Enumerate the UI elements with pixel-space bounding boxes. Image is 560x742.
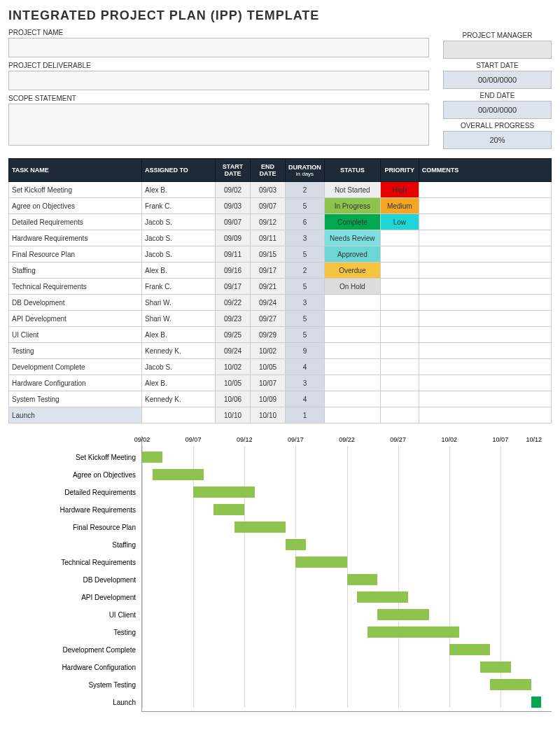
start-cell[interactable]: 09/16	[216, 262, 251, 279]
priority-cell[interactable]: Medium	[380, 198, 419, 214]
table-row[interactable]: TestingKennedy K.09/2410/029	[9, 343, 552, 359]
table-row[interactable]: Set Kickoff MeetingAlex B.09/0209/032Not…	[9, 182, 552, 198]
assigned-cell[interactable]: Shari W.	[142, 295, 216, 311]
gantt-bar[interactable]	[214, 504, 244, 515]
priority-cell[interactable]	[380, 295, 419, 311]
start-cell[interactable]: 09/25	[216, 327, 251, 343]
end-cell[interactable]: 09/24	[251, 295, 286, 311]
duration-cell[interactable]: 3	[286, 375, 325, 391]
task-name-cell[interactable]: Hardware Requirements	[9, 230, 142, 246]
start-date-value[interactable]: 00/00/0000	[443, 71, 552, 89]
status-cell[interactable]: Overdue	[324, 262, 380, 279]
comments-cell[interactable]	[419, 343, 551, 359]
project-deliverable-input[interactable]	[8, 71, 429, 90]
status-cell[interactable]	[324, 391, 380, 407]
comments-cell[interactable]	[419, 246, 551, 262]
start-cell[interactable]: 10/05	[216, 375, 251, 391]
duration-cell[interactable]: 5	[286, 327, 325, 343]
table-row[interactable]: Hardware RequirementsJacob S.09/0909/113…	[9, 230, 552, 246]
end-cell[interactable]: 09/12	[251, 214, 286, 230]
duration-cell[interactable]: 4	[286, 359, 325, 375]
priority-cell[interactable]	[380, 311, 419, 327]
priority-cell[interactable]	[380, 279, 419, 295]
end-cell[interactable]: 10/07	[251, 375, 286, 391]
comments-cell[interactable]	[419, 230, 551, 246]
start-cell[interactable]: 10/06	[216, 391, 251, 407]
table-row[interactable]: Development CompleteJacob S.10/0210/054	[9, 359, 552, 375]
gantt-bar[interactable]	[480, 662, 511, 673]
task-name-cell[interactable]: System Testing	[9, 391, 142, 407]
comments-cell[interactable]	[419, 279, 551, 295]
end-date-value[interactable]: 00/00/0000	[443, 101, 552, 119]
table-row[interactable]: Detailed RequirementsJacob S.09/0709/126…	[9, 214, 552, 230]
task-name-cell[interactable]: Hardware Configuration	[9, 375, 142, 391]
task-name-cell[interactable]: Set Kickoff Meeting	[9, 182, 142, 198]
status-cell[interactable]	[324, 295, 380, 311]
status-cell[interactable]	[324, 311, 380, 327]
status-cell[interactable]: On Hold	[324, 279, 380, 295]
comments-cell[interactable]	[419, 295, 551, 311]
priority-cell[interactable]	[380, 343, 419, 359]
table-row[interactable]: Agree on ObjectivesFrank C.09/0309/075In…	[9, 198, 552, 214]
assigned-cell[interactable]: Kennedy K.	[142, 391, 216, 407]
assigned-cell[interactable]: Alex B.	[142, 182, 216, 198]
table-row[interactable]: API DevelopmentShari W.09/2309/275	[9, 311, 552, 327]
end-cell[interactable]: 10/09	[251, 391, 286, 407]
priority-cell[interactable]	[380, 375, 419, 391]
table-row[interactable]: Hardware ConfigurationAlex B.10/0510/073	[9, 375, 552, 391]
task-name-cell[interactable]: Agree on Objectives	[9, 198, 142, 214]
gantt-bar[interactable]	[531, 696, 542, 708]
gantt-bar[interactable]	[295, 556, 346, 568]
status-cell[interactable]	[324, 375, 380, 391]
priority-cell[interactable]	[380, 359, 419, 375]
comments-cell[interactable]	[419, 359, 551, 375]
gantt-bar[interactable]	[449, 644, 491, 655]
task-name-cell[interactable]: Detailed Requirements	[9, 214, 142, 230]
comments-cell[interactable]	[419, 182, 551, 198]
task-name-cell[interactable]: Staffing	[9, 262, 142, 279]
duration-cell[interactable]: 1	[286, 407, 325, 424]
end-cell[interactable]: 09/03	[251, 182, 286, 198]
project-manager-value[interactable]	[443, 41, 552, 59]
comments-cell[interactable]	[419, 198, 551, 214]
assigned-cell[interactable]: Alex B.	[142, 262, 216, 279]
table-row[interactable]: Launch10/1010/101	[9, 407, 552, 424]
status-cell[interactable]: In Progress	[324, 198, 380, 214]
duration-cell[interactable]: 3	[286, 230, 325, 246]
task-name-cell[interactable]: Development Complete	[9, 359, 142, 375]
task-name-cell[interactable]: API Development	[9, 311, 142, 327]
priority-cell[interactable]: Low	[380, 214, 419, 230]
priority-cell[interactable]: High	[380, 182, 419, 198]
duration-cell[interactable]: 4	[286, 391, 325, 407]
assigned-cell[interactable]: Alex B.	[142, 327, 216, 343]
assigned-cell[interactable]	[142, 407, 216, 424]
task-name-cell[interactable]: DB Development	[9, 295, 142, 311]
task-name-cell[interactable]: Final Resource Plan	[9, 246, 142, 262]
gantt-bar[interactable]	[490, 679, 531, 690]
status-cell[interactable]: Complete	[324, 214, 380, 230]
status-cell[interactable]: Needs Review	[324, 230, 380, 246]
comments-cell[interactable]	[419, 407, 551, 424]
start-cell[interactable]: 09/11	[216, 246, 251, 262]
end-cell[interactable]: 10/05	[251, 359, 286, 375]
duration-cell[interactable]: 5	[286, 311, 325, 327]
end-cell[interactable]: 09/21	[251, 279, 286, 295]
gantt-bar[interactable]	[347, 574, 378, 585]
duration-cell[interactable]: 2	[286, 262, 325, 279]
start-cell[interactable]: 09/24	[216, 343, 251, 359]
start-cell[interactable]: 09/07	[216, 214, 251, 230]
end-cell[interactable]: 09/11	[251, 230, 286, 246]
task-name-cell[interactable]: Testing	[9, 343, 142, 359]
assigned-cell[interactable]: Jacob S.	[142, 230, 216, 246]
end-cell[interactable]: 09/27	[251, 311, 286, 327]
gantt-bar[interactable]	[368, 626, 460, 638]
scope-statement-input[interactable]	[8, 104, 429, 146]
end-cell[interactable]: 09/15	[251, 246, 286, 262]
duration-cell[interactable]: 5	[286, 198, 325, 214]
table-row[interactable]: System TestingKennedy K.10/0610/094	[9, 391, 552, 407]
start-cell[interactable]: 09/09	[216, 230, 251, 246]
assigned-cell[interactable]: Kennedy K.	[142, 343, 216, 359]
start-cell[interactable]: 09/17	[216, 279, 251, 295]
assigned-cell[interactable]: Shari W.	[142, 311, 216, 327]
comments-cell[interactable]	[419, 214, 551, 230]
